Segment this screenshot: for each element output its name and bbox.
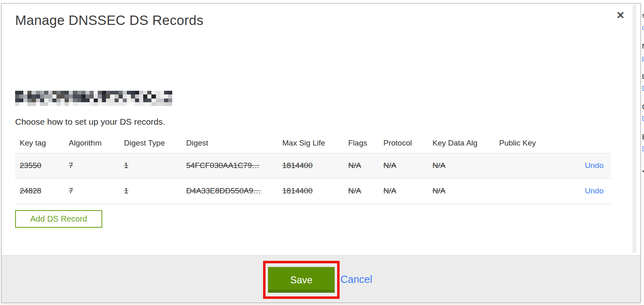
domain-name-redacted <box>15 91 172 106</box>
background-text-fragment: E <box>642 133 644 141</box>
cell-max-sig-life: 1814400 <box>278 153 344 178</box>
cell-public-key <box>495 153 556 178</box>
col-digest-type: Digest Type <box>119 133 182 153</box>
annotation-highlight-box: Save <box>263 261 340 299</box>
modal-scrollbar[interactable] <box>633 4 636 253</box>
undo-link[interactable]: Undo <box>585 186 603 195</box>
col-action <box>556 133 611 153</box>
cell-public-key <box>495 178 556 204</box>
cell-digest: 54FCF030AA1C79… <box>182 153 278 178</box>
table-body: 23550 7 1 54FCF030AA1C79… 1814400 N/A N/… <box>15 153 611 204</box>
col-key-data-alg: Key Data Alg <box>428 133 495 153</box>
add-ds-record-button[interactable]: Add DS Record <box>15 210 102 228</box>
background-text-fragment: D <box>642 85 644 92</box>
cell-digest-type: 1 <box>119 153 182 178</box>
background-text-fragment: O <box>642 103 644 111</box>
ds-record-row: 24828 7 1 D4A33E8DD550A9… 1814400 N/A N/… <box>15 178 611 204</box>
cell-digest: D4A33E8DD550A9… <box>182 178 278 204</box>
cell-protocol: N/A <box>379 153 428 178</box>
background-text-fragment: N <box>642 43 644 51</box>
background-text-fragment: ● <box>642 168 644 173</box>
cell-max-sig-life: 1814400 <box>278 178 344 204</box>
col-protocol: Protocol <box>379 133 428 153</box>
cell-digest-type: 1 <box>119 178 182 204</box>
background-page-sliver: sdNpLDODED● <box>642 0 644 305</box>
col-max-sig-life: Max Sig Life <box>278 133 344 153</box>
col-digest: Digest <box>182 133 278 153</box>
undo-link[interactable]: Undo <box>585 161 603 170</box>
cell-flags: N/A <box>344 153 379 178</box>
ds-record-row: 23550 7 1 54FCF030AA1C79… 1814400 N/A N/… <box>15 153 611 178</box>
page-title: Manage DNSSEC DS Records <box>15 13 203 28</box>
save-button[interactable]: Save <box>268 267 335 293</box>
subtitle-text: Choose how to set up your DS records. <box>15 117 165 127</box>
close-icon[interactable]: ✕ <box>616 10 625 20</box>
background-text-fragment: d <box>642 24 644 31</box>
col-algorithm: Algorithm <box>64 133 119 153</box>
background-text-fragment: D <box>642 146 644 153</box>
cell-action: Undo <box>556 153 611 178</box>
col-public-key: Public Key <box>495 133 556 153</box>
background-page: sdNpLDODED● Manage DNSSEC DS Records ✕ C… <box>0 0 644 305</box>
cell-protocol: N/A <box>379 178 428 204</box>
background-text-fragment: s <box>642 11 644 20</box>
cell-key-data-alg: N/A <box>428 153 495 178</box>
cell-key-tag: 23550 <box>15 153 64 178</box>
cell-algorithm: 7 <box>64 153 119 178</box>
dnssec-ds-records-dialog: Manage DNSSEC DS Records ✕ Choose how to… <box>1 3 641 303</box>
dialog-footer: Save Cancel <box>2 255 640 303</box>
cell-flags: N/A <box>344 178 379 204</box>
cell-key-data-alg: N/A <box>428 178 495 204</box>
cancel-link[interactable]: Cancel <box>340 274 372 285</box>
background-text-fragment: p <box>642 55 644 62</box>
cell-action: Undo <box>556 178 611 204</box>
background-text-fragment: D <box>642 115 644 123</box>
background-text-fragment: L <box>642 73 644 81</box>
ds-records-table: Key tag Algorithm Digest Type Digest Max… <box>15 133 611 204</box>
col-key-tag: Key tag <box>15 133 64 153</box>
col-flags: Flags <box>344 133 379 153</box>
cell-algorithm: 7 <box>64 178 119 204</box>
table-header-row: Key tag Algorithm Digest Type Digest Max… <box>15 133 611 153</box>
cell-key-tag: 24828 <box>15 178 64 204</box>
